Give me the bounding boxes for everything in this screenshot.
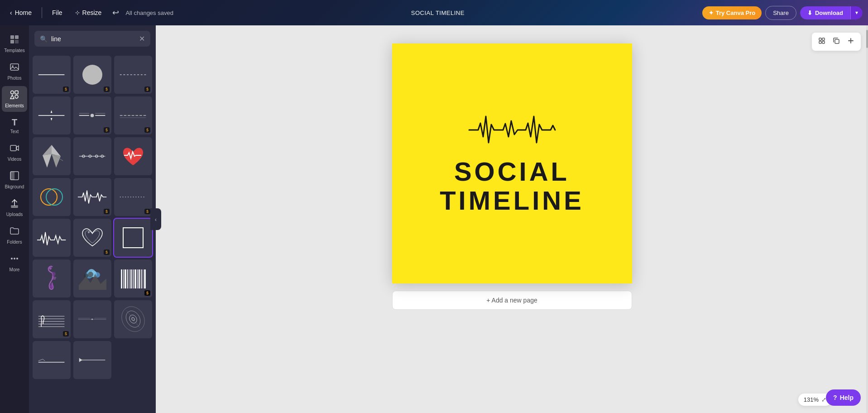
list-item[interactable]: $ <box>73 56 111 94</box>
add-page-icon-button[interactable] <box>845 35 856 48</box>
videos-icon <box>10 143 19 155</box>
hide-panel-button[interactable]: ‹ <box>150 208 161 230</box>
photos-icon <box>10 62 19 74</box>
svg-rect-63 <box>144 269 146 288</box>
list-item[interactable] <box>33 219 71 257</box>
sidebar-item-background[interactable]: Bkground <box>2 167 27 193</box>
list-item[interactable] <box>33 137 71 175</box>
svg-point-13 <box>11 258 13 259</box>
sidebar-item-photos[interactable]: Photos <box>2 58 27 84</box>
sidebar-item-folders[interactable]: Folders <box>2 222 27 248</box>
resize-button[interactable]: ⊹ Resize <box>71 6 106 19</box>
svg-marker-32 <box>43 154 52 168</box>
svg-point-42 <box>88 231 90 233</box>
svg-marker-20 <box>51 110 53 113</box>
list-item[interactable]: $ <box>33 300 71 338</box>
zoom-level: 131% <box>804 396 819 403</box>
panel-container: 🔍 ✕ $ $ <box>29 25 156 413</box>
download-options-button[interactable]: ▾ <box>850 6 863 19</box>
svg-rect-58 <box>134 269 136 288</box>
more-icon <box>10 254 19 266</box>
download-group: ⬇ Download ▾ <box>800 6 863 19</box>
list-item[interactable]: $ <box>73 219 111 257</box>
svg-rect-10 <box>10 145 16 151</box>
home-button[interactable]: ‹ Home <box>5 6 36 19</box>
svg-rect-83 <box>819 41 821 43</box>
sidebar-item-label: Videos <box>8 157 21 162</box>
duplicate-page-button[interactable] <box>831 35 842 48</box>
scroll-thumb[interactable] <box>866 30 868 48</box>
list-item[interactable] <box>33 178 71 216</box>
nav-right-actions: ✦ Try Canva Pro Share ⬇ Download ▾ <box>702 6 863 20</box>
list-item[interactable] <box>114 219 152 257</box>
duplicate-icon <box>833 38 840 46</box>
svg-rect-51 <box>121 269 122 288</box>
sidebar-item-uploads[interactable]: Uploads <box>2 195 27 221</box>
svg-rect-12 <box>10 172 14 180</box>
list-item[interactable]: $ $ <box>114 259 152 298</box>
list-item[interactable] <box>33 259 71 298</box>
svg-rect-55 <box>129 269 129 288</box>
search-input-wrapper: 🔍 ✕ <box>34 31 150 47</box>
svg-point-44 <box>49 267 52 270</box>
file-button[interactable]: File <box>48 6 67 19</box>
list-item[interactable] <box>73 341 111 379</box>
svg-rect-57 <box>133 269 134 288</box>
download-button[interactable]: ⬇ Download <box>800 6 850 19</box>
svg-marker-8 <box>10 95 14 99</box>
navbar: ‹ Home File ⊹ Resize ↩ All changes saved… <box>0 0 868 25</box>
templates-icon <box>10 34 19 47</box>
frame-icon <box>818 38 825 46</box>
svg-rect-62 <box>143 269 143 288</box>
svg-rect-43 <box>123 228 143 248</box>
list-item[interactable]: $ <box>114 178 152 216</box>
svg-point-50 <box>88 272 93 277</box>
resize-icon: ⊹ <box>75 10 80 16</box>
help-button[interactable]: ? Help <box>826 389 861 406</box>
list-item[interactable]: $ <box>73 96 111 134</box>
svg-point-6 <box>11 91 14 94</box>
canvas-area: SOCIAL TIMELINE + Add a new page <box>156 25 868 413</box>
home-icon: ‹ <box>10 9 12 16</box>
svg-point-17 <box>82 65 102 85</box>
list-item[interactable] <box>73 259 111 298</box>
svg-rect-60 <box>139 269 140 288</box>
share-button[interactable]: Share <box>765 6 796 20</box>
list-item[interactable]: $ <box>114 96 152 134</box>
design-canvas[interactable]: SOCIAL TIMELINE <box>392 43 632 283</box>
sidebar-item-templates[interactable]: Templates <box>2 31 27 57</box>
clear-search-button[interactable]: ✕ <box>139 34 145 43</box>
canvas-title[interactable]: SOCIAL TIMELINE <box>392 157 632 215</box>
list-item[interactable] <box>73 300 111 338</box>
list-item[interactable] <box>73 137 111 175</box>
svg-rect-59 <box>137 269 138 288</box>
svg-rect-84 <box>822 41 825 43</box>
sidebar-item-videos[interactable]: Videos <box>2 139 27 165</box>
list-item[interactable]: $ <box>73 178 111 216</box>
waveform-element[interactable] <box>467 112 557 148</box>
frame-view-button[interactable] <box>816 35 827 48</box>
svg-marker-30 <box>43 145 52 155</box>
list-item[interactable] <box>114 137 152 175</box>
list-item[interactable]: $ <box>114 56 152 94</box>
sidebar-item-more[interactable]: More <box>2 250 27 276</box>
list-item[interactable] <box>33 96 71 134</box>
sidebar-item-text[interactable]: T Text <box>2 114 27 138</box>
list-item[interactable]: $ <box>33 56 71 94</box>
undo-button[interactable]: ↩ <box>110 6 122 19</box>
search-input[interactable] <box>51 35 135 43</box>
sidebar-item-label: Uploads <box>6 212 23 217</box>
svg-rect-2 <box>10 40 14 43</box>
svg-rect-1 <box>15 35 19 39</box>
svg-rect-52 <box>123 269 124 288</box>
list-item[interactable] <box>114 300 152 338</box>
list-item[interactable] <box>33 341 71 379</box>
background-icon <box>10 171 19 183</box>
sidebar-item-elements[interactable]: Elements <box>2 86 27 112</box>
chevron-left-icon: ‹ <box>155 216 157 223</box>
add-new-page-button[interactable]: + Add a new page <box>392 291 632 310</box>
try-canva-pro-button[interactable]: ✦ Try Canva Pro <box>702 6 762 19</box>
svg-rect-0 <box>10 35 14 39</box>
svg-point-14 <box>14 258 15 259</box>
sidebar-icons: Templates Photos Elements <box>0 25 29 413</box>
